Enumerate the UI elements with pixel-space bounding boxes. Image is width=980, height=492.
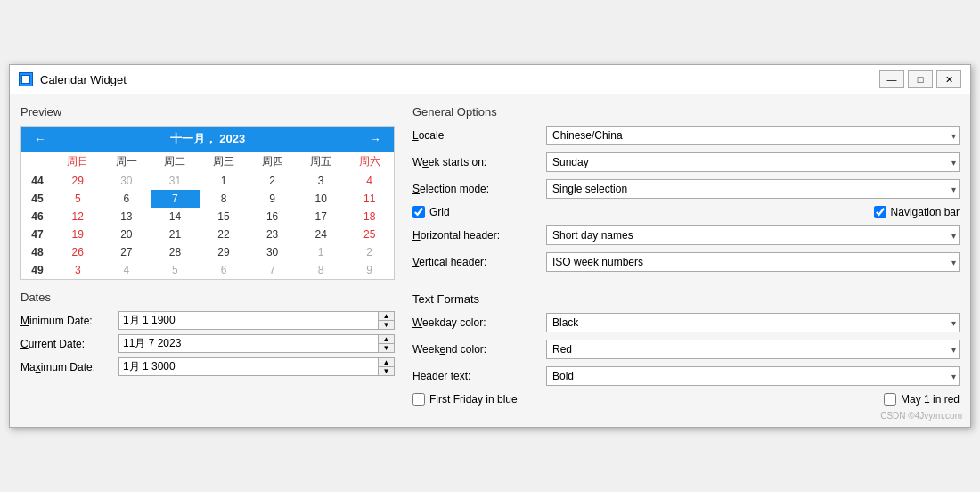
close-button[interactable]: ✕ — [936, 70, 961, 88]
cal-day[interactable]: 29 — [53, 172, 102, 190]
first-friday-checkbox[interactable] — [412, 393, 425, 406]
cal-day[interactable]: 23 — [248, 226, 297, 243]
cal-day[interactable]: 15 — [200, 208, 249, 226]
may1-checkbox[interactable] — [884, 393, 896, 406]
locale-select[interactable]: Chinese/China English/US — [546, 126, 960, 145]
cal-day[interactable]: 5 — [151, 261, 200, 279]
cal-day[interactable]: 11 — [345, 190, 394, 208]
cal-day[interactable]: 21 — [151, 226, 200, 243]
cal-day-selected[interactable]: 7 — [151, 190, 200, 208]
cal-day[interactable]: 1 — [200, 172, 249, 190]
week-starts-select-wrap: Sunday Monday ▾ — [546, 152, 960, 172]
cal-day[interactable]: 26 — [53, 243, 102, 261]
calendar-month-year: 十一月， 2023 — [170, 131, 246, 147]
cal-day[interactable]: 8 — [200, 190, 249, 208]
cal-day[interactable]: 6 — [200, 261, 249, 279]
maximum-date-input[interactable] — [119, 358, 378, 375]
header-text-select[interactable]: Bold Normal Italic — [546, 366, 960, 386]
cal-day[interactable]: 18 — [345, 208, 394, 226]
cal-day[interactable]: 20 — [102, 226, 151, 243]
cal-day[interactable]: 4 — [345, 172, 394, 190]
vertical-header-select[interactable]: ISO week numbers None — [546, 252, 960, 272]
week-num-49: 49 — [21, 261, 53, 279]
horizontal-header-label: Horizontal header: — [412, 229, 546, 242]
cal-day[interactable]: 13 — [102, 208, 151, 226]
cal-day[interactable]: 10 — [297, 190, 346, 208]
maximize-button[interactable]: □ — [908, 70, 933, 88]
left-panel: Preview ← 十一月， 2023 → 周日 周一 周二 — [20, 105, 395, 416]
navigation-bar-checkbox[interactable] — [874, 206, 886, 218]
cal-day[interactable]: 1 — [297, 243, 346, 261]
minimum-date-input[interactable] — [119, 312, 378, 329]
navigation-bar-label: Navigation bar — [891, 206, 960, 218]
calendar-header: ← 十一月， 2023 → — [21, 127, 394, 152]
week-starts-select[interactable]: Sunday Monday — [546, 152, 960, 172]
general-options-title: General Options — [412, 105, 960, 119]
cal-day[interactable]: 17 — [297, 208, 346, 226]
grid-checkbox-item: Grid — [412, 206, 450, 218]
day-name-sun: 周日 — [53, 152, 102, 172]
locale-label: Locale — [412, 129, 546, 142]
horizontal-header-select[interactable]: Short day names Long day names Narrow da… — [546, 226, 960, 245]
cal-day[interactable]: 2 — [345, 243, 394, 261]
cal-day[interactable]: 7 — [248, 261, 297, 279]
cal-day[interactable]: 24 — [297, 226, 346, 243]
cal-day[interactable]: 2 — [248, 172, 297, 190]
selection-mode-label: Selection mode: — [412, 183, 546, 195]
cal-day[interactable]: 28 — [151, 243, 200, 261]
may1-label: May 1 in red — [901, 393, 960, 406]
minimize-button[interactable]: — — [879, 70, 904, 88]
cal-day[interactable]: 19 — [53, 226, 102, 243]
calendar-widget-window: Calendar Widget — □ ✕ Preview ← 十一月， 202… — [9, 64, 971, 428]
calendar-preview: ← 十一月， 2023 → 周日 周一 周二 周三 周四 周五 周六 — [20, 126, 395, 280]
week-starts-row: Week starts on: Sunday Monday ▾ — [412, 152, 960, 172]
cal-day[interactable]: 25 — [345, 226, 394, 243]
checkbox-group: Grid Navigation bar — [412, 206, 960, 218]
may1-checkbox-item: May 1 in red — [884, 393, 960, 406]
text-formats-title: Text Formats — [412, 292, 960, 306]
weekend-color-select[interactable]: Red Black Blue — [546, 340, 960, 359]
cal-day[interactable]: 8 — [297, 261, 346, 279]
selection-mode-select[interactable]: Single selection Multiple selection No s… — [546, 179, 960, 199]
calendar-week-48: 48 26 27 28 29 30 1 2 — [21, 243, 394, 261]
first-friday-label: First Friday in blue — [429, 393, 518, 406]
cal-day[interactable]: 9 — [345, 261, 394, 279]
cal-day[interactable]: 9 — [248, 190, 297, 208]
cal-day[interactable]: 29 — [200, 243, 249, 261]
grid-checkbox[interactable] — [412, 206, 425, 218]
cal-day[interactable]: 14 — [151, 208, 200, 226]
cal-day[interactable]: 12 — [53, 208, 102, 226]
dates-section: Dates Minimum Date: ▲ ▼ Current Date: — [20, 291, 395, 376]
cal-day[interactable]: 5 — [53, 190, 102, 208]
calendar-week-45: 45 5 6 7 8 9 10 11 — [21, 190, 394, 208]
cal-day[interactable]: 27 — [102, 243, 151, 261]
week-num-48: 48 — [21, 243, 53, 261]
minimum-date-down[interactable]: ▼ — [379, 321, 394, 329]
cal-day[interactable]: 6 — [102, 190, 151, 208]
calendar-next-button[interactable]: → — [363, 130, 387, 148]
header-text-label: Header text: — [412, 370, 546, 382]
cal-day[interactable]: 22 — [200, 226, 249, 243]
calendar-prev-button[interactable]: ← — [29, 130, 52, 148]
cal-day[interactable]: 30 — [248, 243, 297, 261]
calendar-day-names: 周日 周一 周二 周三 周四 周五 周六 — [21, 152, 394, 172]
cal-day[interactable]: 16 — [248, 208, 297, 226]
cal-day[interactable]: 3 — [53, 261, 102, 279]
cal-day[interactable]: 3 — [297, 172, 346, 190]
maximum-date-down[interactable]: ▼ — [379, 367, 394, 375]
current-date-down[interactable]: ▼ — [379, 344, 394, 352]
current-date-up[interactable]: ▲ — [379, 335, 394, 344]
week-num-45: 45 — [21, 190, 53, 208]
calendar-week-47: 47 19 20 21 22 23 24 25 — [21, 226, 394, 243]
selection-mode-row: Selection mode: Single selection Multipl… — [412, 179, 960, 199]
cal-day[interactable]: 31 — [151, 172, 200, 190]
current-date-input[interactable] — [119, 335, 378, 352]
weekday-color-select[interactable]: Black Red Blue — [546, 313, 960, 332]
maximum-date-spinner: ▲ ▼ — [378, 358, 394, 375]
maximum-date-up[interactable]: ▲ — [379, 358, 394, 367]
day-name-thu: 周四 — [248, 152, 297, 172]
weekday-color-label: Weekday color: — [412, 316, 546, 329]
cal-day[interactable]: 30 — [102, 172, 151, 190]
minimum-date-up[interactable]: ▲ — [379, 312, 394, 321]
cal-day[interactable]: 4 — [102, 261, 151, 279]
